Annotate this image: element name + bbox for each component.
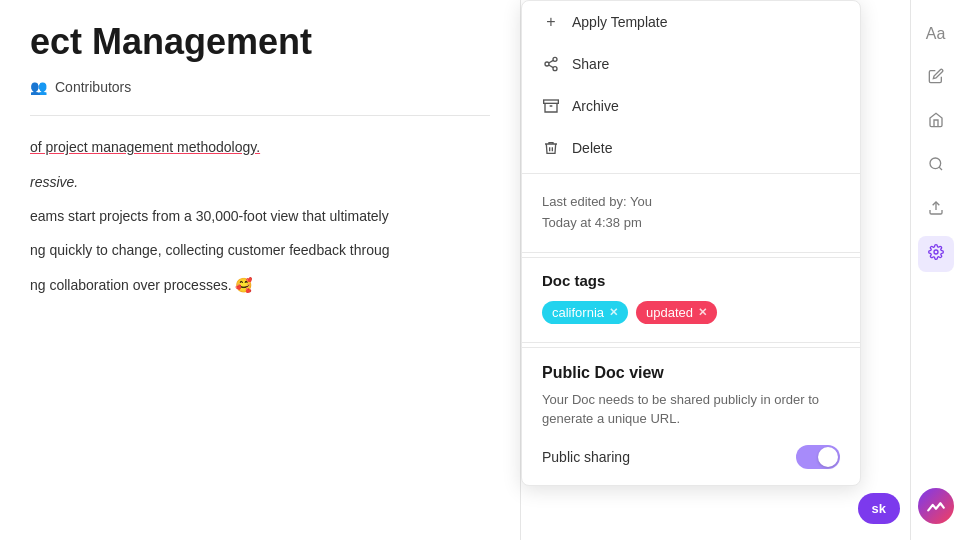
doc-tags-title: Doc tags	[542, 272, 840, 289]
menu-divider-3	[522, 342, 860, 343]
body-line1: of project management methodology.	[30, 136, 490, 158]
svg-line-4	[549, 60, 554, 63]
public-doc-section: Public Doc view Your Doc needs to be sha…	[522, 347, 860, 485]
page-title: ect Management	[30, 20, 490, 63]
last-edited: Last edited by: You Today at 4:38 pm	[542, 192, 840, 234]
settings-icon	[928, 244, 944, 264]
tag-updated-label: updated	[646, 305, 693, 320]
clickup-logo[interactable]	[918, 488, 954, 524]
info-section: Last edited by: You Today at 4:38 pm	[522, 178, 860, 248]
share-label: Share	[572, 56, 609, 72]
tag-california[interactable]: california ✕	[542, 301, 628, 324]
right-panel: + Apply Template Share Archive	[520, 0, 880, 540]
last-edited-line1: Last edited by: You	[542, 192, 840, 213]
body-line4: ng quickly to change, collecting custome…	[30, 239, 490, 261]
tag-updated-close[interactable]: ✕	[698, 306, 707, 319]
right-sidebar: Aa	[910, 0, 960, 540]
contributors-icon: 👥	[30, 79, 47, 95]
tags-row: california ✕ updated ✕	[542, 301, 840, 324]
svg-point-10	[934, 250, 938, 254]
home-icon	[928, 112, 944, 132]
svg-line-8	[939, 167, 942, 170]
tag-california-label: california	[552, 305, 604, 320]
svg-point-0	[553, 57, 557, 61]
body-line3: eams start projects from a 30,000-foot v…	[30, 205, 490, 227]
archive-label: Archive	[572, 98, 619, 114]
body-line1-underline: of project management methodology.	[30, 139, 260, 155]
menu-item-delete[interactable]: Delete	[522, 127, 860, 169]
svg-line-3	[549, 65, 554, 68]
contributors-label[interactable]: Contributors	[55, 79, 131, 95]
font-icon: Aa	[926, 25, 946, 43]
toggle-knob	[818, 447, 838, 467]
delete-icon	[542, 139, 560, 157]
menu-divider-2	[522, 252, 860, 253]
main-content: ect Management 👥 Contributors of project…	[0, 0, 520, 540]
apply-template-label: Apply Template	[572, 14, 667, 30]
tag-california-close[interactable]: ✕	[609, 306, 618, 319]
public-doc-desc: Your Doc needs to be shared publicly in …	[542, 390, 840, 429]
public-sharing-label: Public sharing	[542, 449, 630, 465]
task-button[interactable]: sk	[858, 493, 900, 524]
upload-icon	[928, 200, 944, 220]
body-line2-italic: ressive.	[30, 174, 78, 190]
sidebar-icon-search[interactable]	[918, 148, 954, 184]
tags-section: Doc tags california ✕ updated ✕	[522, 257, 860, 338]
menu-item-share[interactable]: Share	[522, 43, 860, 85]
plus-icon: +	[542, 13, 560, 31]
svg-point-1	[545, 62, 549, 66]
sidebar-icon-settings[interactable]	[918, 236, 954, 272]
archive-icon	[542, 97, 560, 115]
svg-rect-5	[544, 100, 559, 103]
sidebar-icon-edit[interactable]	[918, 60, 954, 96]
share-icon	[542, 55, 560, 73]
contributors-row: 👥 Contributors	[30, 79, 490, 95]
svg-point-7	[930, 158, 941, 169]
edit-icon	[928, 68, 944, 88]
body-line5: ng collaboration over processes. 🥰	[30, 274, 490, 296]
menu-divider-1	[522, 173, 860, 174]
section-divider	[30, 115, 490, 116]
menu-item-archive[interactable]: Archive	[522, 85, 860, 127]
sidebar-icon-home[interactable]	[918, 104, 954, 140]
public-doc-title: Public Doc view	[542, 364, 840, 382]
svg-point-2	[553, 67, 557, 71]
search-icon	[928, 156, 944, 176]
tag-updated[interactable]: updated ✕	[636, 301, 717, 324]
sidebar-icon-upload[interactable]	[918, 192, 954, 228]
public-sharing-row: Public sharing	[542, 445, 840, 469]
public-sharing-toggle[interactable]	[796, 445, 840, 469]
body-line2: ressive.	[30, 171, 490, 193]
last-edited-line2: Today at 4:38 pm	[542, 213, 840, 234]
dropdown-menu: + Apply Template Share Archive	[521, 0, 861, 486]
sidebar-icon-font[interactable]: Aa	[918, 16, 954, 52]
delete-label: Delete	[572, 140, 612, 156]
body-text: of project management methodology. ressi…	[30, 136, 490, 296]
menu-item-apply-template[interactable]: + Apply Template	[522, 1, 860, 43]
